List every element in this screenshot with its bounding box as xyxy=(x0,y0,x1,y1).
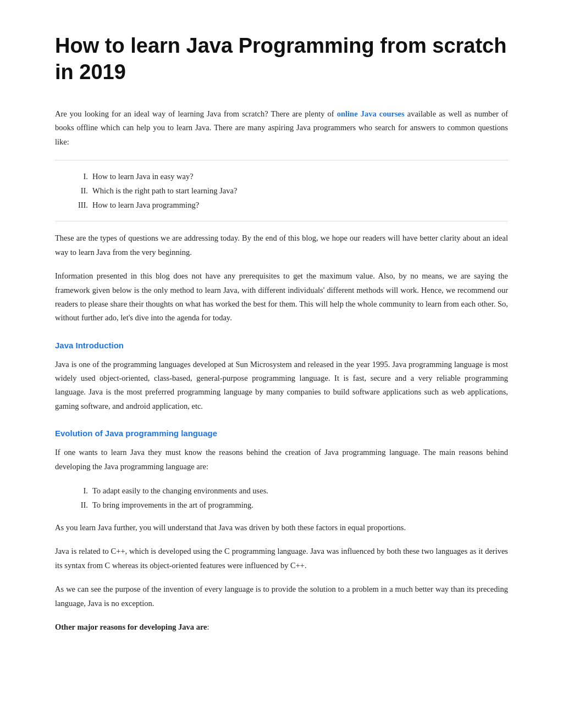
roman-numeral: II. xyxy=(71,184,88,198)
questions-list-section: I. How to learn Java in easy way? II. Wh… xyxy=(55,169,508,212)
list-item-text: How to learn Java in easy way? xyxy=(92,169,194,184)
list-item-text: How to learn Java programming? xyxy=(92,198,199,212)
questions-list: I. How to learn Java in easy way? II. Wh… xyxy=(71,169,508,212)
list-item: II. To bring improvements in the art of … xyxy=(71,498,508,512)
list-divider-bottom xyxy=(55,221,508,221)
list-item-text: To adapt easily to the changing environm… xyxy=(92,484,268,498)
list-item-text: Which is the right path to start learnin… xyxy=(92,184,237,198)
other-reasons-colon: : xyxy=(207,623,209,631)
list-item: III. How to learn Java programming? xyxy=(71,198,508,212)
roman-numeral: II. xyxy=(71,498,88,512)
section2-heading: Evolution of Java programming language xyxy=(55,429,508,438)
section2-paragraph3: Java is related to C++, which is develop… xyxy=(55,544,508,573)
list-item: II. Which is the right path to start lea… xyxy=(71,184,508,198)
section2-paragraph5: Other major reasons for developing Java … xyxy=(55,620,508,634)
intro-paragraph-1: Are you looking for an ideal way of lear… xyxy=(55,107,508,149)
section2-paragraph2: As you learn Java further, you will unde… xyxy=(55,521,508,535)
intro-text-start: Are you looking for an ideal way of lear… xyxy=(55,109,337,118)
roman-numeral: I. xyxy=(71,484,88,498)
section1-paragraph: Java is one of the programming languages… xyxy=(55,358,508,414)
list-item: I. To adapt easily to the changing envir… xyxy=(71,484,508,498)
list-divider-top xyxy=(55,160,508,160)
section2-paragraph1: If one wants to learn Java they must kno… xyxy=(55,446,508,474)
intro-paragraph-3: Information presented in this blog does … xyxy=(55,269,508,325)
roman-numeral: III. xyxy=(71,198,88,212)
section2-paragraph4: As we can see the purpose of the inventi… xyxy=(55,582,508,610)
section1-heading: Java Introduction xyxy=(55,341,508,350)
reasons-list: I. To adapt easily to the changing envir… xyxy=(71,484,508,512)
roman-numeral: I. xyxy=(71,169,88,184)
intro-paragraph-2: These are the types of questions we are … xyxy=(55,231,508,259)
reasons-list-section: I. To adapt easily to the changing envir… xyxy=(55,484,508,512)
list-item-text: To bring improvements in the art of prog… xyxy=(92,498,253,512)
online-java-courses-link[interactable]: online Java courses xyxy=(337,109,405,118)
page-title: How to learn Java Programming from scrat… xyxy=(55,33,508,85)
other-reasons-bold: Other major reasons for developing Java … xyxy=(55,623,207,631)
page-container: How to learn Java Programming from scrat… xyxy=(0,0,563,688)
list-item: I. How to learn Java in easy way? xyxy=(71,169,508,184)
